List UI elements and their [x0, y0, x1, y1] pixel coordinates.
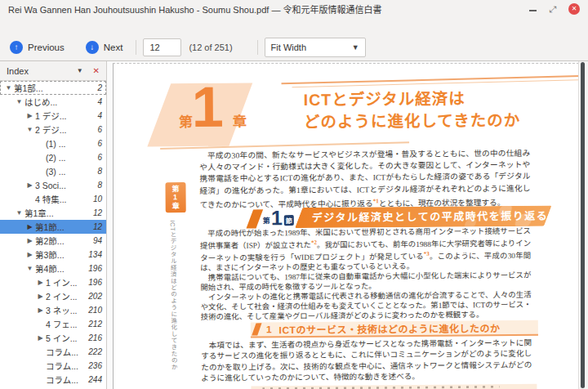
- chapter-title: ICTとデジタル経済は どのように進化してきたのか: [304, 87, 521, 133]
- tree-item-label: 4 特集...: [35, 193, 67, 205]
- minimize-icon[interactable]: [529, 10, 537, 11]
- tree-row[interactable]: ▶ 第2節... 94: [0, 234, 106, 248]
- tree-item-page: 10: [93, 194, 102, 203]
- tree-row[interactable]: コラム... 222: [0, 345, 106, 359]
- tree-item-label: (3) ...: [46, 167, 66, 177]
- intro-paragraph: 平成の30年の間、新たなサービスやビジネスが登場・普及するとともに、世の中の仕組…: [199, 148, 531, 211]
- tree-row[interactable]: (3) ... 8: [0, 164, 106, 178]
- menu-item[interactable]: [36, 25, 51, 28]
- toolbar-separator: [136, 40, 136, 55]
- tree-item-label: 2 デジ...: [35, 123, 67, 136]
- tree-item-page: 4: [97, 97, 102, 106]
- tree-item-page: 4: [97, 111, 102, 120]
- menu-item[interactable]: [65, 25, 80, 28]
- tree-item-label: 4 フェ...: [46, 318, 78, 330]
- previous-button[interactable]: ↑ Previous: [3, 38, 71, 56]
- expander-icon[interactable]: ▼: [14, 98, 24, 105]
- sidebar-close-icon[interactable]: ✕: [93, 66, 100, 75]
- expander-icon[interactable]: ▼: [14, 209, 24, 217]
- tree-item-label: (1) ...: [46, 139, 66, 149]
- tree-item-page: 6: [97, 139, 102, 148]
- tree-item-page: 6: [97, 125, 102, 134]
- scrollbar-thumb[interactable]: [581, 62, 585, 388]
- tree-item-page: 2: [97, 83, 102, 92]
- footnote-marker: *3: [424, 251, 430, 257]
- sidebar-header[interactable]: Index ▼ ✕: [0, 61, 106, 81]
- expander-icon[interactable]: ▶: [24, 112, 35, 119]
- vertical-scrollbar[interactable]: [578, 61, 588, 389]
- tree-row[interactable]: ▶ 5 イン... 216: [0, 331, 106, 345]
- tree-item-label: 3 ネッ...: [46, 304, 78, 316]
- expander-icon[interactable]: ▼: [3, 84, 14, 92]
- subsection-paragraph: 本項では、まず、生活者の視点から身近なサービスとなった携帯電話・インターネットに…: [201, 338, 532, 384]
- tree-item-page: 202: [88, 292, 102, 301]
- expander-icon[interactable]: ▶: [24, 223, 35, 230]
- subsection-slant-icon: [252, 323, 261, 335]
- chapter-emblem: 第 1 章 ICTとデジタル経済は どのように進化してきたのか: [145, 71, 586, 156]
- tree-item-label: コラム...: [46, 346, 78, 358]
- subsection-number: 1: [266, 324, 272, 335]
- menu-item[interactable]: [7, 25, 21, 28]
- expander-icon[interactable]: ▶: [24, 251, 35, 258]
- arrow-down-icon: ↓: [86, 41, 99, 54]
- index-dropdown-caret-icon[interactable]: ▼: [77, 67, 83, 74]
- tree-row[interactable]: ▶ 3 Soci... 8: [0, 178, 106, 192]
- chapter-suffix: 章: [233, 110, 247, 131]
- menu-item[interactable]: [80, 25, 95, 28]
- expander-icon[interactable]: ▶: [35, 334, 46, 342]
- margin-chapter-tab: 第1章: [165, 182, 185, 212]
- tree-item-page: 196: [88, 264, 102, 273]
- tree-row[interactable]: ▼ 2 デジ... 6: [0, 123, 106, 136]
- tree-row[interactable]: ▼ 第1部... 2: [0, 81, 106, 95]
- tree-item-page: 210: [88, 306, 102, 315]
- menu-item[interactable]: [51, 25, 65, 28]
- tree-row[interactable]: 4 フェ... 212: [0, 317, 106, 331]
- pdf-page: 第 1 章 ICTとデジタル経済は どのように進化してきたのか 平成の30年の間…: [113, 63, 579, 389]
- tree-row[interactable]: ▶ 1 デジ... 4: [0, 109, 106, 123]
- expander-icon[interactable]: ▶: [35, 306, 46, 314]
- chapter-number: 1: [191, 69, 224, 145]
- tree-item-label: 第2節...: [35, 235, 65, 247]
- tree-item-label: 3 Soci...: [35, 181, 66, 190]
- sidebar-title: Index: [7, 66, 29, 76]
- expander-icon[interactable]: ▶: [35, 293, 46, 300]
- tree-row[interactable]: (1) ... 6: [0, 136, 106, 150]
- window-title: Rei Wa Gannen Han Jouhoutsuushin Hakusho…: [8, 2, 382, 16]
- expander-icon[interactable]: ▶: [24, 237, 35, 244]
- menu-item[interactable]: [21, 25, 36, 28]
- section-suffix: 節: [284, 215, 294, 226]
- tree-row[interactable]: (2) ... 6: [0, 150, 106, 164]
- tree-row[interactable]: ▼ はじめ... 4: [0, 95, 106, 109]
- restore-icon[interactable]: ⤢: [549, 5, 556, 14]
- tree-item-page: 6: [97, 153, 102, 162]
- tree-row[interactable]: ▶ 1 イン... 196: [0, 275, 106, 289]
- margin-caption: ICTとデジタル経済はどのように進化してきたのか: [168, 220, 178, 389]
- tree-row[interactable]: ▶ 第3節... 134: [0, 248, 106, 262]
- body-paragraph: インターネットの進化と携帯電話に代表される移動通信の進化が合流することで、人々の…: [201, 290, 532, 322]
- tree-row[interactable]: 4 特集... 10: [0, 192, 106, 206]
- tree-row[interactable]: コラム... 236: [0, 359, 106, 373]
- chapter-title-line2: どのように進化してきたのか: [304, 110, 521, 133]
- section-banner: 第 1 節 デジタル経済史としての平成時代を振り返る: [250, 205, 538, 229]
- body-paragraph: 携帯電話についても、1987年に従来の自動車電話から大幅に小型化した端末によりサ…: [200, 271, 531, 293]
- tree-item-label: 5 イン...: [46, 332, 78, 344]
- expander-icon[interactable]: ▶: [35, 279, 46, 286]
- section-title-band: デジタル経済史としての平成時代を振り返る: [295, 206, 552, 228]
- tree-item-label: はじめ...: [24, 96, 57, 108]
- tree-item-label: (2) ...: [46, 153, 66, 163]
- zoom-mode-select[interactable]: Fit Width ▼: [265, 38, 366, 57]
- next-button[interactable]: ↓ Next: [79, 38, 130, 56]
- tree-item-page: 196: [88, 278, 102, 287]
- expander-icon[interactable]: ▼: [24, 265, 35, 272]
- tree-row[interactable]: ▼ 第4節... 196: [0, 262, 106, 275]
- expander-icon[interactable]: ▶: [24, 181, 35, 189]
- tree-row[interactable]: ▼ 第1章... 12: [0, 206, 106, 220]
- document-viewport[interactable]: 第 1 章 ICTとデジタル経済は どのように進化してきたのか 平成の30年の間…: [107, 61, 588, 389]
- expander-icon[interactable]: ▼: [24, 126, 35, 133]
- tree-row[interactable]: ▶ 第1節... 12: [0, 220, 106, 234]
- tree-row[interactable]: コラム... 244: [0, 373, 106, 387]
- close-icon[interactable]: ✕: [568, 3, 580, 15]
- tree-row[interactable]: ▶ 3 ネッ... 210: [0, 303, 106, 317]
- tree-row[interactable]: ▶ 2 イン... 202: [0, 289, 106, 303]
- page-number-input[interactable]: [143, 38, 181, 56]
